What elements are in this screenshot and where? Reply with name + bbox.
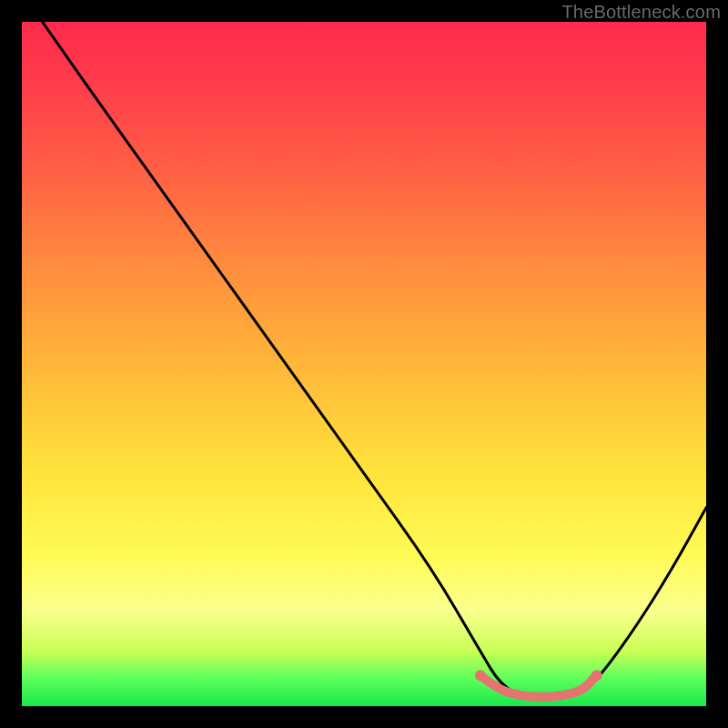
chart-background-gradient (22, 22, 706, 706)
watermark-text: TheBottleneck.com (561, 2, 721, 23)
chart-frame (22, 22, 706, 706)
